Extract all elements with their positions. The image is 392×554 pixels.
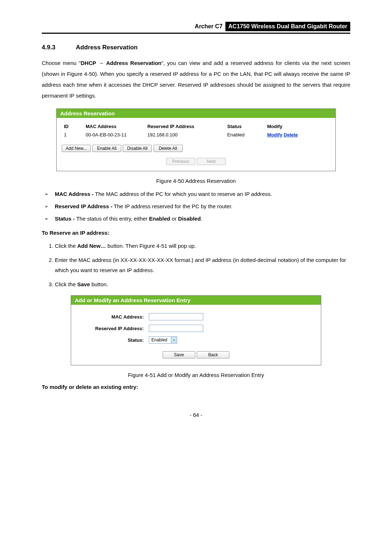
col-ip: Reserved IP Address <box>145 123 225 131</box>
delete-link[interactable]: Delete <box>284 132 298 138</box>
bullet-mac: MAC Address - The MAC address of the PC … <box>51 190 350 198</box>
term-mac: MAC Address - <box>55 191 94 197</box>
status-select[interactable]: Enabled ▾ <box>149 336 177 344</box>
form-buttons: Save Back <box>76 351 316 358</box>
form-row-ip: Reserved IP Address: <box>77 323 315 334</box>
form-row-status: Status: Enabled ▾ <box>77 335 315 345</box>
intro-paragraph: Choose menu "DHCP → Address Reservation"… <box>42 58 350 101</box>
col-id: ID <box>62 123 83 131</box>
figure-caption-2: Figure 4-51 Add or Modify an Address Res… <box>42 372 350 378</box>
figure-caption-1: Figure 4-50 Address Reservation <box>42 178 350 184</box>
mac-input[interactable] <box>149 313 203 320</box>
cell-id: 1 <box>62 131 83 138</box>
cell-ip: 192.168.0.100 <box>145 131 225 138</box>
s1b: Add New… <box>77 243 106 249</box>
chevron-down-icon: ▾ <box>171 337 177 343</box>
figure-address-reservation-panel: Address Reservation ID MAC Address Reser… <box>56 108 336 171</box>
menu-dhcp: DHCP <box>81 60 96 66</box>
desc-mac: The MAC address of the PC for which you … <box>94 191 272 197</box>
reservation-table: ID MAC Address Reserved IP Address Statu… <box>62 123 330 138</box>
s3c: button. <box>90 281 108 287</box>
s3b: Save <box>77 281 90 287</box>
add-new-button[interactable]: Add New... <box>62 145 91 152</box>
modify-heading: To modify or delete an existing entry: <box>42 384 350 390</box>
label-mac: MAC Address: <box>77 311 146 322</box>
previous-button[interactable]: Previous <box>166 158 195 165</box>
desc-status-a: The status of this entry, either <box>75 216 149 222</box>
step-3: Click the Save button. <box>55 279 350 290</box>
table-header-row: ID MAC Address Reserved IP Address Statu… <box>62 123 330 131</box>
button-row: Add New... Enable All Disable All Delete… <box>62 145 330 152</box>
desc-ip: The IP address reserved for the PC by th… <box>112 203 232 209</box>
dot: . <box>201 216 202 222</box>
cell-status: Enabled <box>225 131 265 138</box>
panel2-title: Add or Modify an Address Reservation Ent… <box>71 296 321 305</box>
disable-all-button[interactable]: Disable All <box>123 145 152 152</box>
figure-add-modify-panel: Add or Modify an Address Reservation Ent… <box>71 295 321 365</box>
reserve-steps: Click the Add New… button. Then Figure 4… <box>42 241 350 290</box>
header-title: AC1750 Wireless Dual Band Gigabit Router <box>225 22 350 31</box>
label-status: Status: <box>77 335 146 345</box>
form-row-mac: MAC Address: <box>77 311 315 322</box>
table-row: 1 00-0A-EB-00-23-11 192.168.0.100 Enable… <box>62 131 330 138</box>
ip-input[interactable] <box>149 325 203 332</box>
arrow-icon: → <box>98 60 104 66</box>
s3a: Click the <box>55 281 77 287</box>
cell-mac: 00-0A-EB-00-23-11 <box>83 131 145 138</box>
cell-modify: Modify Delete <box>265 131 330 138</box>
menu-address-reservation: Address Reservation <box>106 60 161 66</box>
next-button[interactable]: Next <box>197 158 226 165</box>
term-status: Status - <box>55 216 75 222</box>
section-title: Address Reservation <box>76 44 138 51</box>
or-word: or <box>170 216 178 222</box>
step-2: Enter the MAC address (in XX-XX-XX-XX-XX… <box>55 255 350 276</box>
step-1: Click the Add New… button. Then Figure 4… <box>55 241 350 251</box>
form-table: MAC Address: Reserved IP Address: Status… <box>76 311 316 346</box>
reserve-heading: To Reserve an IP address: <box>42 230 350 236</box>
term-ip: Reserved IP Address - <box>55 203 112 209</box>
s1c: button. Then Figure 4-51 will pop up. <box>106 243 196 249</box>
enabled-word: Enabled <box>149 216 170 222</box>
page-header: Archer C7 AC1750 Wireless Dual Band Giga… <box>42 22 350 34</box>
col-status: Status <box>225 123 265 131</box>
delete-all-button[interactable]: Delete All <box>154 145 183 152</box>
section-number: 4.9.3 <box>42 44 74 51</box>
bullet-ip: Reserved IP Address - The IP address res… <box>51 202 350 211</box>
save-button[interactable]: Save <box>163 351 195 358</box>
section-heading: 4.9.3 Address Reservation <box>42 44 350 51</box>
back-button[interactable]: Back <box>197 351 229 358</box>
panel2-body: MAC Address: Reserved IP Address: Status… <box>71 305 321 365</box>
panel-title: Address Reservation <box>57 109 335 118</box>
enable-all-button[interactable]: Enable All <box>92 145 121 152</box>
label-ip: Reserved IP Address: <box>77 323 146 334</box>
status-value: Enabled <box>149 337 171 343</box>
col-mac: MAC Address <box>83 123 145 131</box>
disabled-word: Disabled <box>178 216 201 222</box>
page-number: - 64 - <box>42 412 350 418</box>
pagination-row: Previous Next <box>62 158 330 165</box>
panel-body: ID MAC Address Reserved IP Address Statu… <box>57 118 335 171</box>
field-descriptions: MAC Address - The MAC address of the PC … <box>42 190 350 223</box>
intro-prefix: Choose menu " <box>42 60 81 66</box>
bullet-status: Status - The status of this entry, eithe… <box>51 214 350 223</box>
header-model: Archer C7 <box>195 23 222 30</box>
col-modify: Modify <box>265 123 330 131</box>
s1a: Click the <box>55 243 77 249</box>
modify-link[interactable]: Modify <box>267 132 282 138</box>
